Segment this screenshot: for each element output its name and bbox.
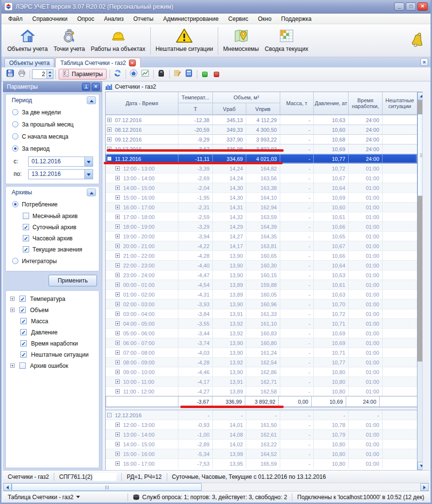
date-from-dropdown-icon[interactable] — [84, 157, 93, 166]
refresh-button[interactable] — [112, 69, 124, 79]
works-button[interactable]: Работы на объектах — [88, 25, 148, 57]
collapse-icon[interactable]: - — [107, 157, 112, 161]
table-row[interactable]: +08:00 - 09:00-4,2813,92162,54-10,7701:0… — [106, 357, 417, 367]
checkbox-icon[interactable]: ✓ — [20, 351, 27, 358]
expand-icon[interactable]: + — [115, 321, 120, 326]
gas-pump-button[interactable] — [156, 69, 167, 79]
expand-icon[interactable]: + — [115, 331, 120, 335]
apply-button[interactable]: Применить — [48, 275, 97, 286]
collapse-icon[interactable]: - — [107, 413, 112, 417]
menu-item[interactable]: Поддержка — [276, 15, 317, 23]
close-tab-corner-button[interactable]: × — [420, 58, 428, 66]
menu-item[interactable]: Опрос — [72, 15, 99, 23]
expand-icon[interactable]: + — [115, 341, 120, 345]
expand-icon[interactable]: + — [107, 127, 112, 132]
expand-icon[interactable]: + — [115, 350, 120, 355]
expand-icon[interactable]: + — [115, 360, 120, 364]
col-header-runtime[interactable]: Время наработки, — [349, 92, 383, 114]
expand-icon[interactable]: + — [115, 432, 120, 437]
close-button[interactable]: ✕ — [417, 2, 428, 11]
maximize-button[interactable]: □ — [406, 2, 416, 11]
expand-icon[interactable]: + — [115, 205, 120, 209]
radio-icon[interactable] — [12, 258, 18, 264]
menu-item[interactable]: Файл — [3, 15, 28, 23]
col-header-temperature[interactable]: Температ... Т — [178, 92, 213, 114]
menu-item[interactable]: Анализ — [99, 15, 128, 23]
panel-close-icon[interactable]: × — [92, 83, 100, 91]
checkbox-icon[interactable] — [19, 362, 26, 369]
bell-icon[interactable] — [409, 32, 424, 50]
table-row[interactable]: +19:00 - 20:00-3,9414,27164,35-10,6501:0… — [106, 231, 417, 241]
expand-icon[interactable]: + — [115, 292, 120, 297]
col-header-incidents[interactable]: Нештатные ситуации — [383, 92, 417, 114]
col-header-vpriv[interactable]: Vприв — [246, 103, 280, 114]
edit-button[interactable] — [172, 69, 183, 79]
col-header-vrab[interactable]: Vраб — [213, 103, 246, 114]
table-row[interactable]: +08.12.2016-20,59349,334 300,50-10,6024:… — [106, 125, 417, 134]
horizontal-scrollbar[interactable] — [3, 483, 429, 491]
table-row[interactable]: -12.12.2016------ — [106, 410, 417, 420]
view-selector[interactable]: Таблица Счетчики - газ2 — [3, 494, 85, 501]
collapse-period-icon[interactable] — [87, 96, 96, 104]
summary-button[interactable]: Сводка текущих — [262, 25, 311, 57]
expand-icon[interactable]: + — [115, 244, 120, 248]
period-radio-option[interactable]: За прошлый месяц — [6, 118, 99, 130]
archive-checkbox-option[interactable]: ✓Часовой архив — [6, 233, 99, 244]
table-row[interactable]: +16:00 - 17:00-2,3114,31162,94-10,6001:0… — [106, 202, 417, 212]
date-from-input[interactable]: 01.12.2016 — [28, 157, 93, 167]
tree-item[interactable]: +✓Температура — [6, 293, 99, 304]
expand-icon[interactable]: + — [115, 224, 120, 229]
table-row[interactable]: +02:00 - 03:00-3,9313,90160,96-10,7001:0… — [106, 299, 417, 309]
table-row[interactable]: +10:00 - 11:00-4,1713,91162,71-10,8001:0… — [106, 377, 417, 386]
objects-button[interactable]: Объекты учета — [4, 25, 50, 57]
checkbox-icon[interactable]: ✓ — [23, 235, 29, 241]
tree-item[interactable]: ✓Давление — [6, 327, 99, 338]
period-radio-option[interactable]: За период — [6, 142, 99, 155]
expand-icon[interactable]: + — [115, 452, 120, 456]
table-row[interactable]: +14:00 - 15:00-2,8914,02163,22-10,8001:0… — [106, 439, 417, 449]
checkbox-icon[interactable]: ✓ — [23, 224, 29, 230]
tree-item[interactable]: +Архив ошибок — [6, 360, 99, 371]
table-row[interactable]: +23:00 - 24:00-4,4713,90160,15-10,6301:0… — [106, 270, 417, 280]
save-button[interactable] — [4, 69, 16, 79]
checkbox-icon[interactable] — [23, 213, 29, 219]
table-row[interactable]: +18:00 - 19:00-3,2914,29164,39-10,6601:0… — [106, 221, 417, 231]
radio-icon[interactable] — [12, 121, 18, 127]
table-row[interactable]: +13:00 - 14:00-1,0014,08162,61-10,7901:0… — [106, 429, 417, 439]
expand-icon[interactable]: + — [115, 312, 120, 316]
table-row[interactable]: +09.12.2016-9,29337,903 993,22-10,6824:0… — [106, 134, 417, 144]
points-button[interactable]: Точки учета — [50, 25, 88, 57]
expand-icon[interactable]: + — [107, 118, 112, 122]
expand-icon[interactable]: + — [115, 379, 120, 384]
radio-icon[interactable] — [12, 109, 18, 115]
expand-icon[interactable]: + — [115, 263, 120, 268]
consumption-radio[interactable]: Потребление — [6, 198, 99, 210]
menu-item[interactable]: Сервис — [224, 15, 253, 23]
table-row[interactable]: +01:00 - 02:00-4,3113,89160,05-10,6301:0… — [106, 289, 417, 299]
expand-icon[interactable]: + — [115, 370, 120, 374]
col-header-volume[interactable]: Объем, м³ Vраб Vприв — [213, 92, 280, 114]
table-row[interactable]: +11:00 - 12:00-4,2713,89162,58-10,8001:0… — [106, 386, 417, 396]
period-radio-option[interactable]: За две недели — [6, 106, 99, 118]
date-to-dropdown-icon[interactable] — [84, 170, 93, 179]
date-to-input[interactable]: 13.12.2016 — [28, 169, 93, 179]
integrators-radio[interactable]: Интеграторы — [6, 255, 99, 267]
table-row[interactable]: +06:00 - 07:00-3,7413,90160,80-10,6901:0… — [106, 338, 417, 347]
start-button[interactable] — [199, 69, 211, 79]
stepper-up-icon[interactable] — [47, 70, 53, 74]
col-header-date[interactable]: Дата - Время — [106, 92, 178, 114]
table-row[interactable]: +17:00 - 18:00-2,5914,32163,59-10,6101:0… — [106, 212, 417, 221]
table-row[interactable]: +15:00 - 16:00-1,9514,30164,10-10,6901:0… — [106, 192, 417, 202]
table-row[interactable]: +00:00 - 01:00-4,5413,89159,88-10,6101:0… — [106, 280, 417, 289]
checkbox-icon[interactable]: ✓ — [19, 307, 26, 313]
horizontal-scroll-thumb[interactable] — [12, 483, 202, 491]
expand-icon[interactable]: + — [115, 423, 120, 427]
table-row[interactable]: +04:00 - 05:00-3,5513,92161,10-10,7101:0… — [106, 318, 417, 328]
radio-icon[interactable] — [12, 201, 18, 207]
parameters-button[interactable]: Параметры — [59, 69, 107, 79]
expand-icon[interactable]: + — [115, 302, 120, 306]
tab-active[interactable]: Таблица Счетчики - газ2× — [55, 58, 140, 67]
archive-checkbox-option[interactable]: Месячный архив — [6, 210, 99, 221]
tab-close-icon[interactable]: × — [129, 60, 136, 66]
table-row[interactable]: +10.12.2016-3,67336,983 892,93-10,6924:0… — [106, 144, 417, 154]
